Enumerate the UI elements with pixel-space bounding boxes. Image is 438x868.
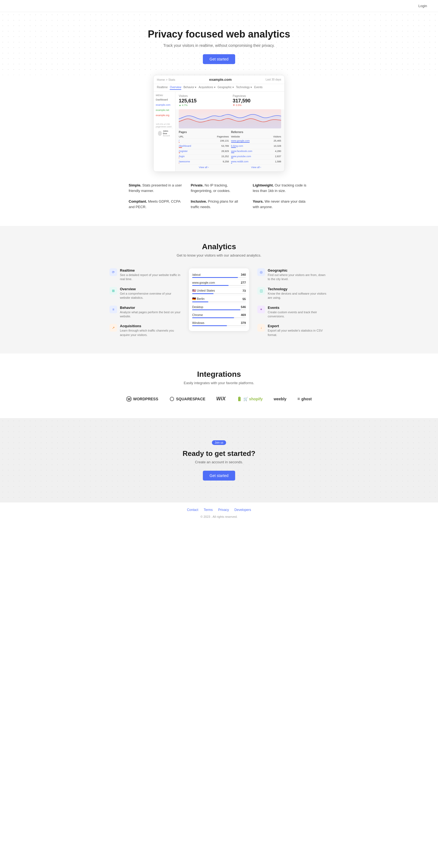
sidebar-item-2[interactable]: example.net <box>156 108 173 112</box>
logo-shopify: 🛒 shopify <box>237 396 263 402</box>
visitors-change: ▲ 4.7% <box>179 104 227 106</box>
analytics-icon: ≡ <box>110 306 117 313</box>
dash-tab-realtime[interactable]: Realtime <box>157 86 167 90</box>
analytics-right: ◎ Geographic Find out where your visitor… <box>257 268 328 337</box>
stats-bar <box>192 293 246 294</box>
stats-row: Chrome 469 <box>192 312 246 320</box>
analytics-item-desc: Create custom events and track their con… <box>268 310 328 319</box>
pageviews-change: ▼ 0.5% <box>233 104 281 106</box>
footer-copyright: © 2023 . All rights reserved. <box>11 515 427 518</box>
analytics-item-desc: Learn through which traffic channels you… <box>120 329 181 337</box>
analytics-item-title: Technology <box>268 287 328 291</box>
analytics-item: ↓ Export Export all your website's stati… <box>257 324 328 337</box>
footer-links: ContactTermsPrivacyDevelopers <box>11 508 427 512</box>
pages-table: Pages URL Pageviews /199,131/dashboard53… <box>179 131 229 169</box>
stats-row: 🇩🇪 Berlin 55 <box>192 296 246 304</box>
dash-site-title: example.com <box>209 78 231 82</box>
cta-button[interactable]: Get started <box>203 471 235 480</box>
footer-link[interactable]: Developers <box>234 508 251 512</box>
user-name: John Doe <box>163 130 171 135</box>
analytics-icon: ↗ <box>110 324 117 332</box>
hero-cta-button[interactable]: Get started <box>203 54 235 64</box>
analytics-item: ⊞ Overview Get a comprehensive overview … <box>110 287 181 300</box>
stats-bar <box>192 325 246 326</box>
table-row: www.facebook.com4,280 <box>231 149 281 154</box>
user-role: Account <box>163 135 171 136</box>
analytics-item-title: Events <box>268 306 328 310</box>
pages-header: URL Pageviews <box>179 135 229 139</box>
analytics-item: ◫ Technology Know the devices and softwa… <box>257 287 328 300</box>
dash-content: Visitors 125,615 ▲ 4.7% Pageviews 317,59… <box>176 92 284 172</box>
analytics-icon: ⊞ <box>110 287 117 294</box>
footer-link[interactable]: Privacy <box>218 508 229 512</box>
cta-title: Ready to get started? <box>5 450 433 458</box>
stats-row: www.google.com 277 <box>192 280 246 287</box>
footer-link[interactable]: Terms <box>204 508 213 512</box>
analytics-item-title: Behavior <box>120 306 181 310</box>
dash-tab-events[interactable]: Events <box>254 86 262 90</box>
dash-tab-geographic[interactable]: Geographic ▾ <box>218 86 234 90</box>
dash-sidebar: MENU Dashboard example.com example.net e… <box>154 92 176 172</box>
analytics-layout: ⟳ Realtime See a detailed report of your… <box>110 268 328 337</box>
referrers-title: Referrers <box>231 131 281 134</box>
dash-breadcrumb: Home > Stats <box>157 78 175 81</box>
table-row: /awesome9,258 <box>179 160 229 165</box>
integrations-logos: W WORDPRESS SQUARESPACE WiX 🛒 shopify we… <box>5 396 433 402</box>
footer-link[interactable]: Contact <box>187 508 198 512</box>
analytics-item-title: Export <box>268 324 328 328</box>
dash-tab-acquisitions[interactable]: Acquisitions ▾ <box>198 86 215 90</box>
table-row: /register28,929 <box>179 149 229 154</box>
analytics-item-desc: See a detailed report of your website tr… <box>120 273 181 281</box>
analytics-item-desc: Analyze what pages perform the best on y… <box>120 310 181 319</box>
dash-chart <box>179 109 281 128</box>
dash-inner: MENU Dashboard example.com example.net e… <box>154 92 284 172</box>
dashboard-image: Home > Stats example.com Last 30 days Re… <box>153 75 285 172</box>
stats-bar <box>192 309 246 310</box>
feature-item: Private. No IP tracking, fingerprinting,… <box>191 183 247 193</box>
integrations-title: Integrations <box>5 370 433 379</box>
pageviews-value: 317,590 <box>233 98 281 104</box>
sidebar-item-1[interactable]: example.com <box>156 103 173 107</box>
analytics-section: Analytics Get to know your visitors with… <box>0 226 438 353</box>
table-row: /199,131 <box>179 139 229 144</box>
hero-section: Privacy focused web analytics Track your… <box>0 12 438 75</box>
sidebar-item-3[interactable]: example.org <box>156 113 173 118</box>
stats-bar <box>192 277 246 278</box>
logo-weebly: weebly <box>274 397 287 401</box>
analytics-item: ↗ Acquisitions Learn through which traff… <box>110 324 181 337</box>
analytics-item-title: Overview <box>120 287 181 291</box>
analytics-item-title: Acquisitions <box>120 324 181 328</box>
logo-squarespace: SQUARESPACE <box>169 396 205 402</box>
referrers-table: Referrers Website Visitors www.google.co… <box>231 131 281 169</box>
table-row: /dashboard53,789 <box>179 144 229 149</box>
analytics-item-desc: Find out where your visitors are from, d… <box>268 273 328 281</box>
analytics-item: ◎ Geographic Find out where your visitor… <box>257 268 328 281</box>
footer: ContactTermsPrivacyDevelopers © 2023 . A… <box>0 502 438 524</box>
stats-card: /about 340 www.google.com 277 🇺🇸 United … <box>189 268 249 331</box>
feature-item: Compliant. Meets GDPR, CCPA and PECR. <box>129 199 185 210</box>
visitors-label: Visitors <box>179 94 227 97</box>
analytics-icon: ✦ <box>257 306 265 313</box>
svg-text:W: W <box>128 397 131 401</box>
stats-bar <box>192 317 246 318</box>
navbar: Login <box>0 0 438 12</box>
dash-tab-technology[interactable]: Technology ▾ <box>236 86 252 90</box>
dash-tab-overview[interactable]: Overview <box>170 86 181 90</box>
logo-wix: WiX <box>216 396 226 402</box>
stats-row: Windows 379 <box>192 320 246 328</box>
features-grid: Simple. Stats presented in a user friend… <box>123 183 315 210</box>
analytics-item: ✦ Events Create custom events and track … <box>257 306 328 319</box>
pages-title: Pages <box>179 131 229 134</box>
hero-subtitle: Track your visitors in realtime, without… <box>5 43 433 48</box>
svg-rect-2 <box>238 397 241 401</box>
logo-wordpress: W WORDPRESS <box>126 396 158 402</box>
feature-item: Inclusive. Pricing plans for all traffic… <box>191 199 247 210</box>
pages-view-all[interactable]: View all › <box>179 166 229 169</box>
pages-rows: /199,131/dashboard53,789/register28,929/… <box>179 139 229 165</box>
table-row: www.google.com25,465 <box>231 139 281 144</box>
referrers-view-all[interactable]: View all › <box>231 166 281 169</box>
dash-tab-behavior[interactable]: Behavior ▾ <box>183 86 196 90</box>
cta-section: Join us Ready to get started? Create an … <box>0 418 438 502</box>
login-link[interactable]: Login <box>418 4 427 8</box>
dashboard-mockup: Home > Stats example.com Last 30 days Re… <box>0 75 438 183</box>
